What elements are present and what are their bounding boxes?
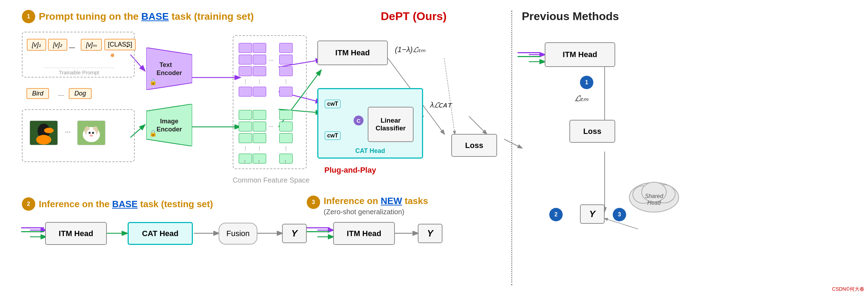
feat-middle-dots: ··· (269, 57, 273, 63)
prev-itm-head: ITM Head (545, 42, 615, 67)
cat-head-label: CAT Head (355, 147, 385, 155)
feat-cell-g5 (253, 110, 266, 120)
cat-head-box: cwT cwT C Linear Classifier CAT Head (317, 88, 423, 159)
svg-text:Encoder: Encoder (157, 126, 182, 133)
dept-title: DePT (Ours) (381, 10, 447, 23)
section3-arrows-src (307, 227, 330, 232)
feat-cell-pl3 (279, 66, 293, 76)
dotted-divider (511, 11, 512, 285)
feat-cell-pl4 (279, 87, 293, 97)
s2-itm-head: ITM Head (45, 222, 107, 245)
feat-col2-dots: ⋮ (253, 78, 266, 85)
shared-head-cloud: Shared Head (626, 173, 682, 215)
svg-line-11 (444, 58, 455, 134)
section3-title-text: Inference on NEW tasks (Zero-shot genera… (324, 196, 428, 216)
token-vm: [v]ₘ (81, 39, 102, 51)
prev-badge-2: 2 (549, 208, 563, 221)
feat-gl-dots: ⋮ (279, 145, 293, 152)
section3-subtitle: (Zero-shot generalization) (324, 208, 428, 216)
s2-cat-head: CAT Head (128, 222, 193, 245)
feat-g2-dots: ⋮ (253, 145, 266, 152)
cat-loss-label: λ𝓛ᴄᴀᴛ (430, 100, 452, 110)
text-encoder-lock: 🔒 (149, 78, 157, 86)
section2-title: Inference on the BASE task (testing set) (39, 199, 213, 210)
feat-cell-pl1 (279, 43, 293, 53)
feature-col-g1: ⋮ (239, 110, 252, 164)
feat-cell-gl1 (279, 110, 293, 120)
cwt-bottom: cwT (325, 131, 341, 140)
green-arrow-line-3 (307, 231, 330, 232)
s2-fusion: Fusion (219, 223, 257, 245)
green-arrow-line-2 (21, 231, 44, 232)
watermark: CSDN©何大春 (832, 286, 864, 292)
feat-cell-p5 (253, 43, 266, 53)
feat-cell-g3 (239, 133, 252, 143)
feat-last-p-dots: ⋮ (279, 78, 293, 85)
prev-green-line (518, 56, 540, 57)
badge-3: 3 (307, 196, 320, 209)
feat-uparrow3: ↑ (284, 158, 287, 166)
common-feature-space-label: Common Feature Space (233, 176, 310, 184)
image-encoder: Image Encoder 🔒 (146, 104, 192, 146)
feat-cell-pl2 (279, 55, 293, 64)
svg-text:Shared: Shared (645, 193, 664, 199)
feat-cell-gl2 (279, 122, 293, 131)
prev-title: Previous Methods (522, 10, 619, 23)
feature-col-g-last: ⋮ (279, 110, 293, 164)
text-encoder: Text Encoder 🔒 (146, 48, 192, 90)
prev-purple-line (518, 52, 540, 53)
badge-1: 1 (22, 10, 35, 23)
svg-text:Encoder: Encoder (157, 69, 182, 76)
prev-badge-1: 1 (580, 76, 593, 89)
svg-point-28 (44, 128, 54, 133)
feat-uparrow2: ↑ (257, 158, 261, 166)
linear-classifier-box: Linear Classifier (368, 107, 414, 142)
image-dots: ··· (65, 128, 71, 136)
image-toucan (30, 121, 58, 145)
feat-uparrow1: ↑ (243, 158, 246, 166)
image-encoder-lock: 🔒 (149, 129, 157, 137)
common-feature-space-box: ⋮ ⋮ ··· ⋮ ⋮ (233, 35, 307, 169)
feat-g1-dots: ⋮ (239, 145, 252, 152)
feat-cell-gl3 (279, 133, 293, 143)
svg-text:Head: Head (647, 200, 661, 206)
prev-arrows-src (518, 52, 540, 57)
svg-text:Image: Image (160, 118, 178, 125)
token-vdots: ··· (69, 44, 75, 52)
svg-text:Text: Text (159, 61, 172, 68)
cwt-top: cwT (325, 100, 341, 108)
trainable-prompt-box: [v]₁ [v]₂ ··· [v]ₘ [CLASS] . Trainable P… (22, 32, 135, 78)
svg-line-12 (504, 139, 522, 148)
orange-dot (111, 54, 114, 57)
feat-cell-p7 (253, 66, 266, 76)
feat-col1-dots: ⋮ (239, 78, 252, 85)
s3-y: Y (418, 224, 442, 243)
class-dog: Dog (69, 88, 92, 99)
prev-litm-label: 𝓛ᵢₜₘ (575, 93, 588, 103)
badge-2: 2 (22, 197, 35, 211)
svg-point-37 (90, 135, 93, 137)
svg-point-35 (88, 132, 91, 134)
feat-middle-dots2: ··· (269, 123, 273, 130)
class-bird: Bird (26, 88, 49, 99)
token-dot: . (126, 40, 128, 49)
feat-cell-g1 (239, 110, 252, 120)
svg-point-29 (36, 135, 51, 144)
feat-cell-g2 (239, 122, 252, 131)
section3-title-line1: Inference on NEW tasks (324, 196, 428, 206)
prev-loss: Loss (569, 120, 615, 143)
feature-col-last-p: ⋮ (279, 43, 293, 97)
feat-cell-g6 (253, 122, 266, 131)
feature-col-2: ⋮ (253, 43, 266, 97)
feature-col-1: ⋮ (239, 43, 252, 97)
section2-arrows-src (21, 227, 44, 232)
token-v2: [v]₂ (48, 39, 67, 51)
image-dog (77, 121, 105, 145)
image-area-box: ··· (22, 109, 135, 162)
feat-cell-p2 (239, 55, 252, 64)
section1-title-area: 1 Prompt tuning on the BASE task (traini… (22, 10, 254, 23)
itm-loss-label: (1−λ)𝓛ᵢₜₘ (395, 45, 426, 54)
s2-y: Y (282, 224, 307, 243)
feat-cell-p4 (239, 87, 252, 97)
feat-cell-p6 (253, 55, 266, 64)
